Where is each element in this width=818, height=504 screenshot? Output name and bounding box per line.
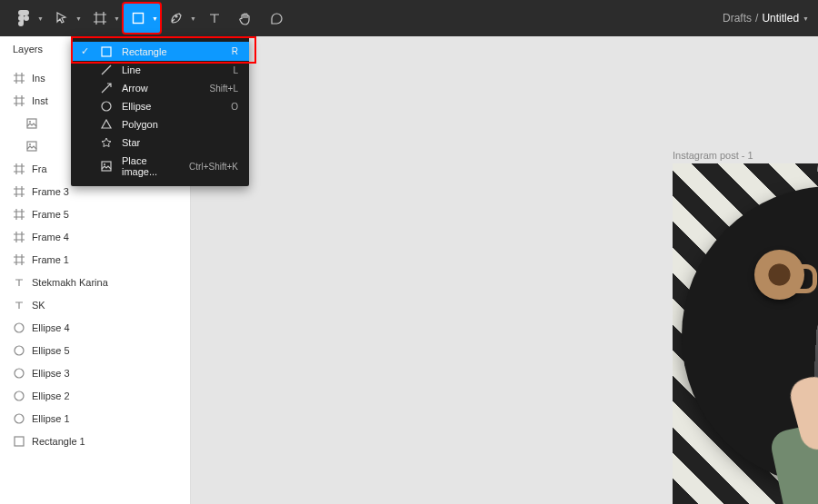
breadcrumb[interactable]: Drafts / Untitled ▼ <box>723 12 809 25</box>
image-icon <box>100 161 113 172</box>
comment-tool[interactable] <box>262 4 291 33</box>
layer-item[interactable]: Stekmakh Karina <box>0 271 190 293</box>
breadcrumb-separator: / <box>755 12 758 25</box>
layer-item[interactable]: Ellipse 5 <box>0 339 190 361</box>
canvas-frame[interactable] <box>673 163 818 504</box>
frame-label[interactable]: Instagram post - 1 <box>673 150 753 161</box>
frame-icon <box>13 253 25 265</box>
ellipse-icon <box>13 390 25 401</box>
option-label: Ellipse <box>122 101 222 112</box>
file-name[interactable]: Untitled <box>762 12 799 25</box>
svg-rect-1 <box>102 47 111 56</box>
cursor-icon <box>55 12 68 25</box>
pen-icon <box>169 11 184 25</box>
hand-tool[interactable] <box>231 4 260 33</box>
ellipse-icon <box>100 101 113 112</box>
frame-tool[interactable]: ▼ <box>85 4 122 33</box>
frame-icon <box>13 72 25 84</box>
svg-rect-14 <box>15 437 24 446</box>
option-shortcut: L <box>233 65 238 75</box>
text-tool[interactable] <box>200 4 229 33</box>
svg-point-12 <box>15 391 24 400</box>
option-label: Line <box>122 64 224 75</box>
layer-item[interactable]: Frame 5 <box>0 203 190 225</box>
ellipse-icon <box>13 412 25 424</box>
layer-label: Frame 1 <box>32 254 69 265</box>
option-label: Rectangle <box>122 46 223 57</box>
layer-label: Frame 5 <box>32 209 69 220</box>
shape-option-place-image-[interactable]: Place image...Ctrl+Shift+K <box>71 152 249 181</box>
frame-icon <box>13 231 25 242</box>
main-menu-button[interactable]: ▼ <box>9 4 45 33</box>
svg-rect-7 <box>27 142 36 151</box>
text-icon <box>208 12 221 25</box>
layer-label: Fra <box>32 163 47 174</box>
move-tool[interactable]: ▼ <box>47 4 84 33</box>
chevron-down-icon: ▼ <box>152 15 158 22</box>
svg-point-13 <box>15 414 24 423</box>
frame-icon <box>94 12 106 25</box>
svg-point-2 <box>102 102 111 111</box>
breadcrumb-root: Drafts <box>723 12 752 25</box>
text-icon <box>13 299 25 311</box>
chevron-down-icon[interactable]: ▼ <box>803 15 809 22</box>
ellipse-icon <box>13 321 25 333</box>
layer-label: Rectangle 1 <box>32 436 85 447</box>
svg-rect-5 <box>27 119 36 128</box>
frame-icon <box>13 94 25 106</box>
chevron-down-icon: ▼ <box>190 15 196 22</box>
shape-option-star[interactable]: Star <box>71 133 249 152</box>
svg-point-6 <box>29 121 31 123</box>
chevron-down-icon: ▼ <box>37 15 44 22</box>
shape-option-arrow[interactable]: ArrowShift+L <box>71 79 249 97</box>
svg-rect-0 <box>134 14 144 24</box>
shape-option-line[interactable]: LineL <box>71 61 249 79</box>
line-icon <box>100 64 113 75</box>
layer-item[interactable]: Rectangle 1 <box>0 430 190 452</box>
layer-label: Ellipse 4 <box>32 322 70 333</box>
svg-point-8 <box>29 143 31 145</box>
layer-item[interactable]: Ellipse 1 <box>0 407 190 430</box>
layer-label: SK <box>32 300 45 311</box>
shape-option-ellipse[interactable]: EllipseO <box>71 97 249 115</box>
shape-option-polygon[interactable]: Polygon <box>71 115 249 133</box>
layer-label: Stekmakh Karina <box>32 277 108 288</box>
option-label: Place image... <box>122 155 180 177</box>
ellipse-icon <box>13 344 25 356</box>
hand-icon <box>238 11 253 25</box>
layer-label: Frame 3 <box>32 186 69 197</box>
text-icon <box>13 276 25 288</box>
layer-item[interactable]: Ellipse 4 <box>0 316 190 339</box>
option-label: Arrow <box>122 83 201 94</box>
chevron-down-icon: ▼ <box>114 15 120 22</box>
rectangle-icon <box>132 12 145 25</box>
comment-icon <box>270 12 284 25</box>
frame-icon <box>13 185 25 197</box>
option-shortcut: O <box>231 102 238 112</box>
check-icon: ✓ <box>78 45 91 57</box>
frame-icon <box>13 163 25 174</box>
shape-tool[interactable]: ▼ <box>124 4 160 33</box>
layer-label: Inst <box>32 95 48 106</box>
canvas[interactable]: Instagram post - 1 <box>191 36 818 504</box>
option-shortcut: R <box>232 46 238 56</box>
image-icon <box>25 140 37 152</box>
svg-rect-3 <box>102 162 111 171</box>
layer-item[interactable]: Frame 4 <box>0 225 190 248</box>
top-toolbar: ▼ ▼ ▼ ▼ ▼ Drafts / Untitled ▼ <box>0 0 818 36</box>
layer-item[interactable]: Ellipse 2 <box>0 384 190 407</box>
star-icon <box>100 137 113 148</box>
polygon-icon <box>100 119 113 130</box>
option-shortcut: Shift+L <box>210 84 238 94</box>
layer-item[interactable]: SK <box>0 293 190 316</box>
layer-label: Ellipse 2 <box>32 390 70 401</box>
shape-option-rectangle[interactable]: ✓RectangleR <box>71 42 249 61</box>
layer-item[interactable]: Frame 1 <box>0 248 190 271</box>
ellipse-icon <box>13 367 25 379</box>
layer-label: Ins <box>32 73 45 84</box>
figma-logo-icon <box>17 10 30 26</box>
layer-item[interactable]: Ellipse 3 <box>0 361 190 384</box>
pen-tool[interactable]: ▼ <box>162 4 198 33</box>
option-shortcut: Ctrl+Shift+K <box>189 162 238 172</box>
svg-point-4 <box>104 163 105 165</box>
